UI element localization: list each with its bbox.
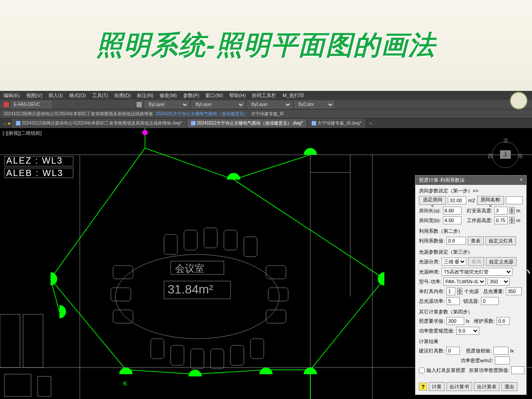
svg-rect-25 [231, 345, 244, 365]
model-select[interactable]: PAK-TLW5N-827 [443, 278, 486, 286]
work-height-input[interactable] [494, 216, 508, 224]
compass-west[interactable]: 西 [488, 153, 493, 160]
lx-label: lx [466, 318, 469, 324]
svg-rect-27 [113, 266, 133, 279]
menu-tools[interactable]: 工具(T) [92, 92, 108, 99]
category-select[interactable]: 三雄·极 [442, 258, 466, 266]
logo-icon [510, 92, 528, 110]
custom-fixture-button[interactable]: 自定义灯具 [485, 236, 516, 245]
close-icon[interactable]: × [520, 177, 523, 184]
spinner-up-icon[interactable]: ▲ [457, 288, 462, 291]
svg-rect-30 [266, 266, 286, 279]
room-name-input[interactable] [506, 196, 523, 204]
svg-rect-28 [111, 288, 131, 301]
help-button[interactable]: ? [419, 383, 427, 391]
compass-north[interactable]: 北 [503, 137, 509, 145]
calculate-button[interactable]: 计算 [429, 382, 445, 391]
fold-density-label: 折算功率密度限值: [469, 367, 509, 374]
main-title: 照明系统-照明平面图的画法 [96, 27, 436, 63]
menu-format[interactable]: 格式(O) [69, 92, 86, 99]
room-length-input[interactable] [443, 207, 462, 215]
section-1-title: 房间参数设定（第一步）>> [419, 188, 523, 194]
spinner-down-icon[interactable]: ▼ [457, 291, 462, 295]
menu-collab[interactable]: 协同工具栏 [252, 92, 276, 99]
dialog-titlebar[interactable]: 照度计算-利用系数法 × [415, 176, 526, 185]
room-width-input[interactable] [443, 216, 462, 224]
density-select[interactable]: 9.0 [456, 327, 479, 335]
svg-line-34 [51, 148, 145, 279]
star-icon[interactable]: ★ [7, 121, 11, 126]
spinner-up-icon[interactable]: ▲ [509, 217, 515, 220]
menu-dimension[interactable]: 标注(N) [137, 92, 153, 99]
export-book-button[interactable]: 出计算书 [446, 382, 472, 391]
svg-line-40 [51, 279, 126, 370]
breadcrumb-path: 20241012国网吕梁供电公司2024年本部职工食堂南围墙及厨房低压线路维修 [4, 111, 153, 117]
home-icon[interactable]: ⌂ [4, 121, 6, 126]
menu-window[interactable]: 窗口(W) [205, 92, 223, 99]
menu-view[interactable]: 视图(V) [26, 92, 43, 99]
type-select[interactable]: T5高效节能荧光灯管 [442, 268, 512, 276]
viewport-label[interactable]: [-][俯视][二维线框] [3, 130, 42, 137]
room-name-button[interactable]: 房间名称 < [477, 196, 504, 205]
menu-draw[interactable]: 绘图(D) [114, 92, 131, 99]
ballast-label: 镇流器: [463, 298, 479, 305]
file-tab-2[interactable]: 20241012大宁办公主楼电气图纸（改绿建意见）.dwg* [187, 119, 307, 128]
header-area: 照明系统-照明平面图的画法 [0, 0, 532, 91]
fold-density-input[interactable] [511, 366, 524, 374]
work-height-spinner[interactable]: ▲▼ [509, 217, 515, 224]
per-fixture-input[interactable] [446, 287, 455, 295]
install-height-input[interactable] [494, 207, 508, 215]
circuit-label-2: ALEB : WL3 [6, 168, 63, 178]
custom-source-button[interactable]: 自定义光源 [486, 257, 516, 266]
check-input[interactable] [493, 347, 509, 355]
category-label: 光源分类: [419, 258, 440, 265]
breadcrumb-link[interactable]: 2024101大宁办公主楼电气图纸（改绿建意见） [156, 111, 248, 117]
compass-east[interactable]: 东 [518, 153, 523, 160]
compass-top[interactable]: 上 [500, 150, 511, 159]
drawing-canvas[interactable]: [-][俯视][二维线框] ALEZ : WL3 ALEB : WL3 会议室 … [0, 128, 532, 399]
layer-name-input[interactable] [12, 101, 51, 108]
type-label: 光源种类: [419, 269, 440, 275]
menu-help[interactable]: 帮助(H) [229, 92, 246, 99]
spinner-down-icon[interactable]: ▼ [509, 220, 515, 224]
install-height-spinner[interactable]: ▲▼ [509, 207, 515, 214]
file-tab-1[interactable]: 20241012国网吕梁供电公司2024年本部职工食堂南围墙及厨房低压线路维修.… [12, 119, 186, 128]
suggest-label: 建议灯具数: [419, 348, 445, 354]
suggest-input[interactable] [446, 347, 460, 355]
plotstyle-select[interactable]: ByColor [294, 101, 334, 108]
req-lux-input[interactable] [446, 317, 464, 325]
reverse-calc-checkbox[interactable] [419, 368, 425, 373]
ballast-input[interactable] [481, 297, 499, 305]
spinner-up-icon[interactable]: ▲ [509, 207, 515, 211]
coef-input[interactable] [446, 237, 466, 245]
file-tab-3[interactable]: 大宁绿建专篇_t8.dwg* [308, 119, 365, 128]
menu-edit[interactable]: 编辑(E) [4, 92, 20, 99]
query-button[interactable]: 查询 [468, 257, 484, 266]
menu-params[interactable]: 参数(P) [183, 92, 200, 99]
spinner-down-icon[interactable]: ▼ [509, 211, 515, 214]
density-result-input[interactable] [495, 356, 510, 364]
maint-input[interactable] [497, 317, 510, 325]
select-room-button[interactable]: 选定房间 < [419, 196, 446, 205]
flux-input[interactable] [506, 287, 522, 295]
room-area-label: 31.84m² [168, 282, 213, 297]
menu-modify[interactable]: 修改(M) [160, 92, 177, 99]
wattage-select[interactable]: 350 [488, 278, 510, 286]
view-cube[interactable]: 北 东 西 上 [488, 137, 523, 172]
total-watt-input[interactable] [446, 297, 460, 305]
per-fixture-spinner[interactable]: ▲▼ [457, 288, 462, 295]
section-3-title: 光源参数设定（第三步） [419, 249, 523, 255]
add-tab-icon[interactable]: ✕ [369, 121, 372, 126]
lookup-table-button[interactable]: 查表 [468, 236, 484, 245]
menu-batchprint[interactable]: M_批打印 [282, 92, 304, 99]
exit-button[interactable]: 退出 [501, 382, 517, 391]
svg-rect-26 [250, 339, 264, 359]
linetype-select[interactable]: ByLayer [192, 101, 245, 108]
menu-insert[interactable]: 插入(I) [48, 92, 63, 99]
room-area-input[interactable] [448, 196, 466, 204]
svg-rect-17 [184, 230, 197, 250]
lineweight-select[interactable]: ByLayer [247, 101, 292, 108]
check-label: 照度值校验: [466, 348, 492, 354]
color-select[interactable]: ByLayer [145, 101, 189, 108]
export-table-button[interactable]: 出计算表 [474, 382, 500, 391]
